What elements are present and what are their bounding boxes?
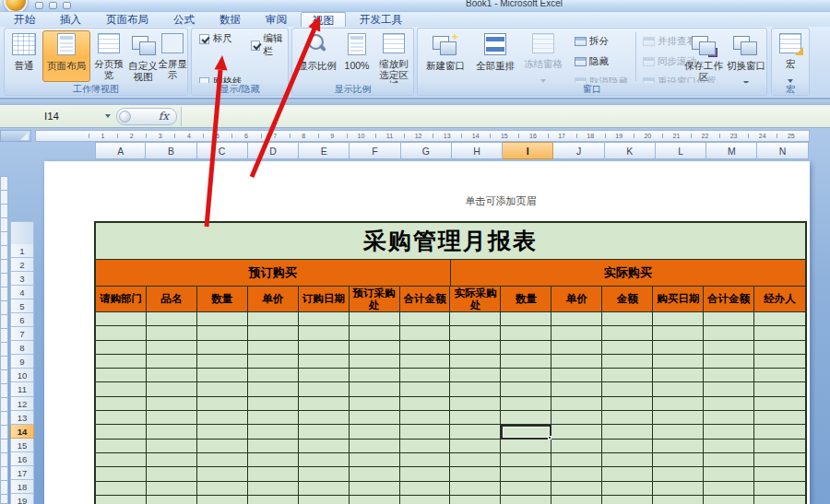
table-cell[interactable]	[653, 453, 704, 467]
table-cell[interactable]	[299, 440, 350, 453]
table-cell[interactable]	[450, 453, 501, 467]
table-cell[interactable]	[501, 326, 551, 340]
table-cell[interactable]	[450, 312, 501, 326]
formula-bar-checkbox-box-icon[interactable]	[251, 41, 260, 51]
table-cell[interactable]	[96, 382, 147, 396]
table-cell[interactable]	[602, 312, 653, 326]
table-cell[interactable]	[400, 482, 451, 496]
table-cell[interactable]	[754, 369, 805, 382]
row-header-17[interactable]: 17	[10, 466, 34, 480]
table-cell[interactable]	[704, 440, 754, 453]
table-cell[interactable]	[551, 440, 602, 453]
table-cell[interactable]	[299, 369, 350, 382]
table-cell[interactable]	[197, 382, 248, 396]
row-header-5[interactable]: 5	[10, 299, 34, 313]
table-cell[interactable]	[704, 411, 754, 425]
formula-bar-checkbox[interactable]: 编辑栏	[251, 32, 288, 58]
formula-input[interactable]	[181, 107, 830, 126]
table-cell[interactable]	[147, 326, 197, 340]
macros-button[interactable]: 宏	[775, 30, 806, 82]
table-cell[interactable]	[350, 425, 400, 439]
table-cell[interactable]	[754, 397, 805, 411]
tab-home[interactable]: 开始	[3, 12, 46, 27]
table-cell[interactable]	[197, 369, 248, 382]
table-cell[interactable]	[602, 482, 653, 496]
table-cell[interactable]	[551, 411, 602, 425]
table-cell[interactable]	[350, 341, 400, 355]
table-cell[interactable]	[197, 467, 248, 481]
table-column-header-2[interactable]: 品名	[147, 287, 197, 312]
table-cell[interactable]	[96, 397, 147, 411]
table-cell[interactable]	[754, 382, 805, 396]
switch-windows-button[interactable]: 切换窗口	[726, 30, 766, 82]
row-header-10[interactable]: 10	[10, 369, 34, 382]
table-cell[interactable]	[754, 453, 805, 467]
zoom-100-button[interactable]: 100%	[340, 30, 374, 82]
table-cell[interactable]	[501, 453, 551, 467]
arrange-all-button[interactable]: 全部重排	[471, 30, 519, 82]
column-header-I[interactable]: I	[503, 142, 553, 159]
table-cell[interactable]	[754, 467, 805, 481]
column-header-H[interactable]: H	[452, 142, 503, 159]
ruler-checkbox-box-icon[interactable]	[199, 34, 209, 44]
table-column-header-6[interactable]: 预订采购处	[350, 287, 400, 312]
table-cell[interactable]	[501, 482, 551, 496]
zoom-to-selection-button[interactable]: 缩放到选定区域	[375, 30, 412, 82]
table-cell[interactable]	[96, 341, 147, 355]
table-cell[interactable]	[704, 425, 754, 439]
row-header-2[interactable]: 2	[10, 258, 34, 272]
table-cell[interactable]	[653, 369, 704, 382]
table-cell[interactable]	[501, 312, 551, 326]
table-column-header-14[interactable]: 经办人	[754, 287, 805, 312]
table-cell[interactable]	[653, 355, 704, 369]
tab-developer[interactable]: 开发工具	[349, 12, 413, 27]
column-header-J[interactable]: J	[553, 142, 604, 159]
hide-button[interactable]: 隐藏	[575, 53, 609, 69]
table-cell[interactable]	[450, 326, 501, 340]
table-cell[interactable]	[602, 341, 653, 355]
table-cell[interactable]	[501, 341, 551, 355]
table-cell[interactable]	[350, 312, 400, 326]
tab-page-layout[interactable]: 页面布局	[95, 12, 160, 27]
table-cell[interactable]	[248, 382, 299, 396]
tab-data[interactable]: 数据	[208, 12, 252, 27]
table-cell[interactable]	[248, 369, 299, 382]
column-header-G[interactable]: G	[401, 142, 452, 159]
row-header-13[interactable]: 13	[10, 411, 34, 425]
full-screen-button[interactable]: 全屏显示	[158, 30, 187, 82]
table-cell[interactable]	[147, 341, 197, 355]
column-header-E[interactable]: E	[299, 142, 350, 159]
column-header-B[interactable]: B	[146, 142, 196, 159]
table-cell[interactable]	[400, 382, 451, 396]
table-cell[interactable]	[551, 482, 602, 496]
page-layout-view-button[interactable]: 页面布局	[42, 30, 90, 82]
table-cell[interactable]	[754, 411, 805, 425]
row-header-19[interactable]: 19	[10, 494, 34, 504]
table-cell[interactable]	[96, 453, 147, 467]
table-cell[interactable]	[147, 482, 197, 496]
table-cell[interactable]	[450, 355, 501, 369]
table-cell[interactable]	[299, 411, 350, 425]
table-cell[interactable]	[400, 453, 451, 467]
table-column-header-4[interactable]: 单价	[248, 287, 299, 312]
table-cell[interactable]	[299, 482, 350, 496]
page-header-hint[interactable]: 单击可添加页眉	[413, 194, 588, 208]
table-cell[interactable]	[96, 312, 147, 326]
table-cell[interactable]	[299, 496, 350, 504]
table-cell[interactable]	[299, 326, 350, 340]
table-cell[interactable]	[450, 382, 501, 396]
normal-view-button[interactable]: 普通	[7, 30, 41, 82]
table-cell[interactable]	[96, 369, 147, 382]
table-cell[interactable]	[754, 326, 805, 340]
table-cell[interactable]	[754, 312, 805, 326]
table-cell[interactable]	[602, 355, 653, 369]
table-cell[interactable]	[653, 341, 704, 355]
table-cell[interactable]	[248, 312, 299, 326]
table-cell[interactable]	[350, 496, 400, 504]
office-button[interactable]	[4, 0, 28, 12]
table-cell[interactable]	[248, 453, 299, 467]
table-cell[interactable]	[653, 440, 704, 453]
table-cell[interactable]	[248, 326, 299, 340]
table-cell[interactable]	[350, 326, 400, 340]
table-cell[interactable]	[450, 440, 501, 453]
